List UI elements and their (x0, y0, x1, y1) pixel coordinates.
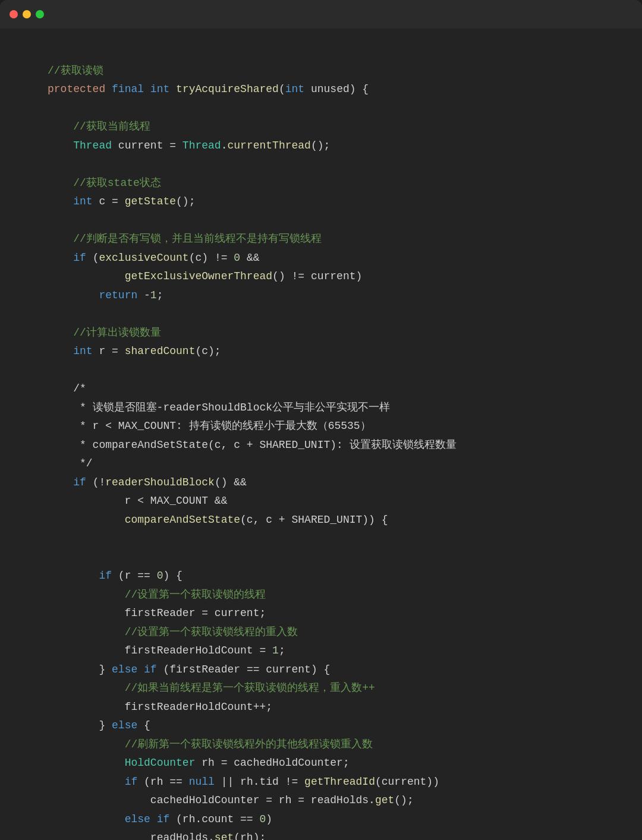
minimize-button[interactable] (23, 10, 31, 18)
comment-1: //获取读锁 (48, 65, 103, 77)
maximize-button[interactable] (36, 10, 44, 18)
titlebar (0, 0, 642, 29)
close-button[interactable] (10, 10, 18, 18)
window: //获取读锁 protected final int tryAcquireSha… (0, 0, 642, 840)
code-block: //获取读锁 protected final int tryAcquireSha… (0, 29, 642, 840)
keyword-protected: protected (48, 83, 105, 95)
